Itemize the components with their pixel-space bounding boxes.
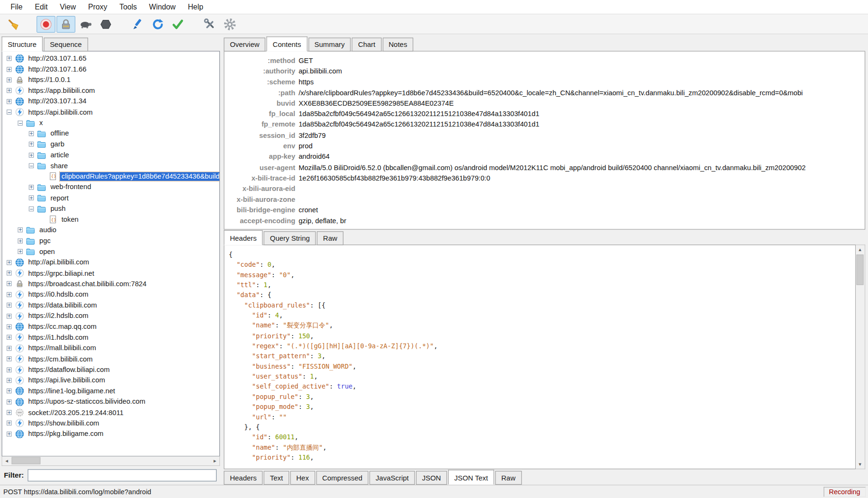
tree-row[interactable]: +offline: [2, 128, 219, 139]
expand-icon[interactable]: +: [18, 249, 23, 254]
menu-item-view[interactable]: View: [54, 0, 82, 13]
tree-row[interactable]: +audio: [2, 225, 219, 235]
tools-wrench-button[interactable]: [200, 16, 219, 32]
tab-structure[interactable]: Structure: [2, 36, 43, 52]
tree-row[interactable]: +http://203.107.1.65: [2, 53, 219, 64]
expand-icon[interactable]: +: [7, 356, 12, 362]
expand-icon[interactable]: +: [7, 324, 12, 329]
collapse-icon[interactable]: −: [29, 163, 34, 169]
tree-row[interactable]: +open: [2, 246, 219, 257]
filter-input[interactable]: [28, 469, 217, 481]
expand-icon[interactable]: +: [7, 346, 12, 351]
expand-icon[interactable]: +: [7, 378, 12, 383]
menu-item-file[interactable]: File: [4, 0, 28, 13]
request-tab-query-string[interactable]: Query String: [264, 231, 316, 245]
request-tab-raw[interactable]: Raw: [317, 231, 344, 245]
tree-row[interactable]: +socket://203.205.219.244:8011: [2, 407, 219, 418]
repeat-refresh-button[interactable]: [148, 16, 167, 32]
expand-icon[interactable]: +: [7, 99, 12, 104]
tree-row[interactable]: +article: [2, 150, 219, 161]
collapse-icon[interactable]: −: [7, 109, 12, 115]
expand-icon[interactable]: +: [7, 303, 12, 308]
scroll-up-arrow-icon[interactable]: ▲: [856, 245, 864, 254]
tree-row[interactable]: −push: [2, 203, 219, 214]
response-tab-json[interactable]: JSON: [416, 471, 447, 485]
tree-row[interactable]: +http://203.107.1.34: [2, 96, 219, 107]
expand-icon[interactable]: +: [7, 432, 12, 437]
tree-row[interactable]: +https://broadcast.chat.bilibili.com:782…: [2, 279, 219, 290]
tree-row[interactable]: +https://api.live.bilibili.com: [2, 375, 219, 386]
expand-icon[interactable]: +: [7, 399, 12, 405]
tree-row[interactable]: +https://app.bilibili.com: [2, 85, 219, 96]
expand-icon[interactable]: +: [7, 314, 12, 319]
expand-icon[interactable]: +: [18, 227, 23, 233]
expand-icon[interactable]: +: [7, 367, 12, 372]
expand-icon[interactable]: +: [29, 142, 34, 147]
response-tab-compressed[interactable]: Compressed: [316, 471, 369, 485]
vertical-scroll-thumb[interactable]: [856, 254, 863, 285]
expand-icon[interactable]: +: [7, 335, 12, 340]
tree-row[interactable]: +https://pkg.biligame.com: [2, 429, 219, 440]
response-tab-text[interactable]: Text: [264, 471, 289, 485]
expand-icon[interactable]: +: [29, 153, 34, 158]
expand-icon[interactable]: +: [7, 88, 12, 93]
menu-item-help[interactable]: Help: [182, 0, 209, 13]
response-tab-headers[interactable]: Headers: [224, 471, 262, 485]
tree-row[interactable]: +report: [2, 192, 219, 203]
tree-row[interactable]: −x: [2, 118, 219, 128]
menu-item-edit[interactable]: Edit: [29, 0, 54, 13]
response-tab-json-text[interactable]: JSON Text: [448, 470, 494, 485]
menu-item-tools[interactable]: Tools: [113, 0, 143, 13]
expand-icon[interactable]: +: [7, 271, 12, 276]
tree-row[interactable]: +https://cc.map.qq.com: [2, 321, 219, 332]
horizontal-scroll-thumb[interactable]: [12, 457, 41, 464]
scroll-right-arrow-icon[interactable]: ►: [210, 457, 219, 465]
tree-row[interactable]: +{}token: [2, 214, 219, 225]
expand-icon[interactable]: +: [7, 292, 12, 297]
tree-row[interactable]: +http://203.107.1.66: [2, 64, 219, 75]
expand-icon[interactable]: +: [7, 410, 12, 415]
scroll-down-arrow-icon[interactable]: ▼: [856, 460, 864, 469]
tree-row[interactable]: +https://upos-sz-staticcos.bilivideo.com: [2, 397, 219, 407]
tab-summary[interactable]: Summary: [308, 37, 351, 51]
expand-icon[interactable]: +: [29, 185, 34, 190]
expand-icon[interactable]: +: [29, 196, 34, 201]
expand-icon[interactable]: +: [18, 238, 23, 244]
expand-icon[interactable]: +: [7, 77, 12, 82]
tree-row[interactable]: +garb: [2, 139, 219, 150]
tab-sequence[interactable]: Sequence: [44, 37, 88, 51]
response-tab-javascript[interactable]: JavaScript: [370, 471, 415, 485]
throttle-turtle-button[interactable]: [76, 16, 95, 32]
menu-item-proxy[interactable]: Proxy: [82, 0, 113, 13]
validate-check-button[interactable]: [168, 16, 187, 32]
menu-item-window[interactable]: Window: [143, 0, 182, 13]
expand-icon[interactable]: +: [29, 131, 34, 136]
tree-row[interactable]: +https://cm.bilibili.com: [2, 353, 219, 364]
breakpoints-hexagon-button[interactable]: [96, 16, 115, 32]
tree-row[interactable]: +pgc: [2, 235, 219, 246]
response-tab-hex[interactable]: Hex: [290, 471, 315, 485]
expand-icon[interactable]: +: [7, 56, 12, 61]
sidebar-horizontal-scrollbar[interactable]: ◄ ►: [2, 456, 220, 466]
tree-row[interactable]: +https://show.bilibili.com: [2, 418, 219, 429]
tree-row[interactable]: +http://api.bilibili.com: [2, 257, 219, 268]
tree-row[interactable]: +https://data.bilibili.com: [2, 300, 219, 311]
compose-pen-button[interactable]: [128, 16, 147, 32]
tree-row[interactable]: +https://1.0.0.1: [2, 74, 219, 85]
expand-icon[interactable]: +: [7, 260, 12, 265]
tree-row[interactable]: −https://api.bilibili.com: [2, 107, 219, 118]
request-tab-headers[interactable]: Headers: [224, 230, 262, 245]
tree-row[interactable]: +https://i1.hdslb.com: [2, 332, 219, 343]
tree-row[interactable]: +https://i2.hdslb.com: [2, 311, 219, 322]
broom-clear-button[interactable]: [4, 16, 23, 32]
tree-row[interactable]: −share: [2, 161, 219, 172]
collapse-icon[interactable]: −: [29, 206, 34, 211]
tab-contents[interactable]: Contents: [267, 36, 307, 52]
expand-icon[interactable]: +: [7, 281, 12, 287]
tab-overview[interactable]: Overview: [224, 37, 265, 51]
response-vertical-scrollbar[interactable]: ▲ ▼: [856, 244, 865, 469]
tab-chart[interactable]: Chart: [352, 37, 381, 51]
ssl-proxying-lock-button[interactable]: [56, 16, 75, 32]
response-tab-raw[interactable]: Raw: [495, 471, 522, 485]
record-button[interactable]: [36, 16, 55, 32]
